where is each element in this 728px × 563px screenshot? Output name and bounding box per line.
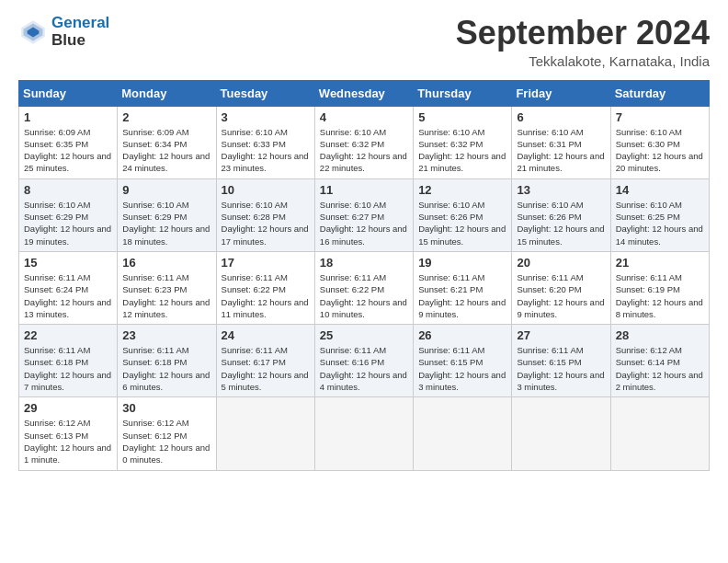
day-29: 29 Sunrise: 6:12 AMSunset: 6:13 PMDaylig… bbox=[19, 397, 118, 470]
calendar: Sunday Monday Tuesday Wednesday Thursday… bbox=[18, 80, 710, 471]
day-15: 15 Sunrise: 6:11 AMSunset: 6:24 PMDaylig… bbox=[19, 251, 118, 324]
day-11: 11 Sunrise: 6:10 AMSunset: 6:27 PMDaylig… bbox=[314, 178, 413, 251]
page: General Blue September 2024 Tekkalakote,… bbox=[0, 0, 728, 563]
col-wednesday: Wednesday bbox=[314, 80, 413, 106]
day-6: 6 Sunrise: 6:10 AMSunset: 6:31 PMDayligh… bbox=[512, 106, 610, 178]
day-empty-1 bbox=[216, 397, 314, 470]
week-row-5: 29 Sunrise: 6:12 AMSunset: 6:13 PMDaylig… bbox=[19, 397, 710, 470]
header-row: Sunday Monday Tuesday Wednesday Thursday… bbox=[19, 80, 710, 106]
day-empty-5 bbox=[610, 397, 709, 470]
col-friday: Friday bbox=[512, 80, 610, 106]
col-tuesday: Tuesday bbox=[216, 80, 314, 106]
day-empty-4 bbox=[512, 397, 610, 470]
day-26: 26 Sunrise: 6:11 AMSunset: 6:15 PMDaylig… bbox=[414, 325, 512, 397]
day-30: 30 Sunrise: 6:12 AMSunset: 6:12 PMDaylig… bbox=[118, 397, 216, 470]
day-20: 20 Sunrise: 6:11 AMSunset: 6:20 PMDaylig… bbox=[512, 251, 610, 324]
day-27: 27 Sunrise: 6:11 AMSunset: 6:15 PMDaylig… bbox=[512, 325, 610, 397]
day-17: 17 Sunrise: 6:11 AMSunset: 6:22 PMDaylig… bbox=[216, 251, 314, 324]
day-3: 3 Sunrise: 6:10 AMSunset: 6:33 PMDayligh… bbox=[216, 106, 314, 178]
day-1: 1 Sunrise: 6:09 AMSunset: 6:35 PMDayligh… bbox=[19, 106, 118, 178]
col-sunday: Sunday bbox=[19, 80, 118, 106]
day-5: 5 Sunrise: 6:10 AMSunset: 6:32 PMDayligh… bbox=[414, 106, 512, 178]
week-row-1: 1 Sunrise: 6:09 AMSunset: 6:35 PMDayligh… bbox=[19, 106, 710, 178]
day-8: 8 Sunrise: 6:10 AMSunset: 6:29 PMDayligh… bbox=[19, 178, 118, 251]
day-28: 28 Sunrise: 6:12 AMSunset: 6:14 PMDaylig… bbox=[610, 325, 709, 397]
day-7: 7 Sunrise: 6:10 AMSunset: 6:30 PMDayligh… bbox=[610, 106, 709, 178]
day-13: 13 Sunrise: 6:10 AMSunset: 6:26 PMDaylig… bbox=[512, 178, 610, 251]
week-row-4: 22 Sunrise: 6:11 AMSunset: 6:18 PMDaylig… bbox=[19, 325, 710, 397]
day-empty-2 bbox=[314, 397, 413, 470]
day-18: 18 Sunrise: 6:11 AMSunset: 6:22 PMDaylig… bbox=[314, 251, 413, 324]
day-16: 16 Sunrise: 6:11 AMSunset: 6:23 PMDaylig… bbox=[118, 251, 216, 324]
month-title: September 2024 bbox=[456, 15, 710, 52]
logo-icon bbox=[18, 17, 48, 47]
day-4: 4 Sunrise: 6:10 AMSunset: 6:32 PMDayligh… bbox=[314, 106, 413, 178]
header: General Blue September 2024 Tekkalakote,… bbox=[18, 15, 710, 69]
title-block: September 2024 Tekkalakote, Karnataka, I… bbox=[456, 15, 710, 69]
logo: General Blue bbox=[18, 15, 109, 49]
col-saturday: Saturday bbox=[610, 80, 709, 106]
day-9: 9 Sunrise: 6:10 AMSunset: 6:29 PMDayligh… bbox=[118, 178, 216, 251]
week-row-2: 8 Sunrise: 6:10 AMSunset: 6:29 PMDayligh… bbox=[19, 178, 710, 251]
day-10: 10 Sunrise: 6:10 AMSunset: 6:28 PMDaylig… bbox=[216, 178, 314, 251]
day-19: 19 Sunrise: 6:11 AMSunset: 6:21 PMDaylig… bbox=[414, 251, 512, 324]
col-thursday: Thursday bbox=[414, 80, 512, 106]
day-24: 24 Sunrise: 6:11 AMSunset: 6:17 PMDaylig… bbox=[216, 325, 314, 397]
week-row-3: 15 Sunrise: 6:11 AMSunset: 6:24 PMDaylig… bbox=[19, 251, 710, 324]
col-monday: Monday bbox=[118, 80, 216, 106]
day-23: 23 Sunrise: 6:11 AMSunset: 6:18 PMDaylig… bbox=[118, 325, 216, 397]
location: Tekkalakote, Karnataka, India bbox=[456, 53, 710, 69]
logo-text: General Blue bbox=[51, 15, 109, 49]
day-2: 2 Sunrise: 6:09 AMSunset: 6:34 PMDayligh… bbox=[118, 106, 216, 178]
day-22: 22 Sunrise: 6:11 AMSunset: 6:18 PMDaylig… bbox=[19, 325, 118, 397]
day-25: 25 Sunrise: 6:11 AMSunset: 6:16 PMDaylig… bbox=[314, 325, 413, 397]
day-14: 14 Sunrise: 6:10 AMSunset: 6:25 PMDaylig… bbox=[610, 178, 709, 251]
day-21: 21 Sunrise: 6:11 AMSunset: 6:19 PMDaylig… bbox=[610, 251, 709, 324]
day-12: 12 Sunrise: 6:10 AMSunset: 6:26 PMDaylig… bbox=[414, 178, 512, 251]
day-empty-3 bbox=[414, 397, 512, 470]
